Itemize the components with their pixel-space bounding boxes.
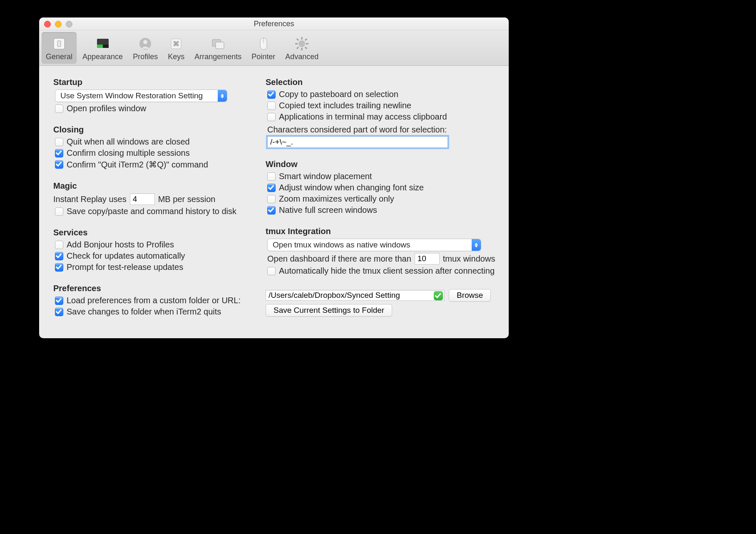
word-chars-input[interactable] [267, 136, 448, 148]
general-icon [51, 36, 67, 52]
tab-keys[interactable]: ⌘ Keys [164, 32, 189, 64]
selection-heading: Selection [266, 77, 499, 87]
svg-line-21 [297, 47, 298, 49]
instant-replay-suffix: MB per session [158, 195, 216, 204]
test-release-label: Prompt for test-release updates [67, 262, 183, 272]
check-updates-label: Check for updates automatically [67, 251, 185, 261]
arrangements-icon [210, 36, 226, 52]
preferences-heading: Preferences [53, 284, 253, 293]
apps-clipboard-label: Applications in terminal may access clip… [279, 112, 447, 122]
tmux-popup[interactable]: Open tmux windows as native windows [267, 239, 481, 251]
pointer-icon [256, 36, 271, 52]
tab-advanced[interactable]: Advanced [281, 32, 323, 64]
prefs-path-input[interactable] [266, 290, 445, 301]
preferences-window: Preferences General Appearance [39, 17, 509, 338]
native-fullscreen-checkbox[interactable] [267, 206, 276, 215]
copy-pasteboard-checkbox[interactable] [267, 90, 276, 99]
save-history-label: Save copy/paste and command history to d… [67, 207, 236, 216]
adjust-font-checkbox[interactable] [267, 184, 276, 192]
trailing-newline-checkbox[interactable] [267, 102, 276, 110]
save-history-checkbox[interactable] [55, 207, 63, 216]
right-column: Selection Copy to pasteboard on selectio… [266, 73, 499, 330]
advanced-icon [294, 36, 310, 52]
tmux-popup-value: Open tmux windows as native windows [273, 240, 410, 250]
svg-line-18 [297, 39, 298, 40]
bonjour-label: Add Bonjour hosts to Profiles [67, 240, 174, 250]
apps-clipboard-checkbox[interactable] [267, 113, 276, 121]
svg-rect-1 [57, 41, 61, 47]
confirm-multiple-sessions-label: Confirm closing multiple sessions [67, 148, 190, 158]
tab-appearance[interactable]: Appearance [78, 32, 127, 64]
appearance-icon [95, 36, 111, 52]
tab-label: Pointer [251, 52, 275, 61]
open-profiles-window-checkbox[interactable] [55, 105, 63, 113]
toolbar: General Appearance Profiles [39, 30, 509, 66]
svg-point-13 [298, 40, 305, 47]
quit-when-closed-checkbox[interactable] [55, 138, 63, 146]
tab-label: Advanced [285, 52, 318, 61]
save-current-settings-button[interactable]: Save Current Settings to Folder [266, 304, 392, 317]
tab-label: Keys [168, 52, 184, 61]
close-window-button[interactable] [44, 21, 51, 27]
window-controls [44, 21, 72, 27]
load-prefs-label: Load preferences from a custom folder or… [67, 296, 241, 305]
tab-label: General [46, 52, 72, 61]
tab-arrangements[interactable]: Arrangements [190, 32, 246, 64]
adjust-font-label: Adjust window when changing font size [279, 183, 424, 192]
tmux-autohide-label: Automatically hide the tmux client sessi… [279, 266, 495, 276]
zoom-vertical-checkbox[interactable] [267, 195, 276, 203]
load-prefs-checkbox[interactable] [55, 297, 63, 305]
save-on-quit-label: Save changes to folder when iTerm2 quits [67, 307, 221, 317]
confirm-quit-command-checkbox[interactable] [55, 160, 63, 169]
svg-point-6 [143, 40, 147, 44]
smart-placement-label: Smart window placement [279, 172, 372, 181]
closing-heading: Closing [53, 125, 253, 135]
tab-profiles[interactable]: Profiles [129, 32, 162, 64]
startup-popup[interactable]: Use System Window Restoration Setting [55, 90, 227, 102]
startup-heading: Startup [53, 77, 253, 87]
confirm-multiple-sessions-checkbox[interactable] [55, 149, 63, 157]
titlebar: Preferences [39, 17, 509, 30]
save-on-quit-checkbox[interactable] [55, 308, 63, 316]
path-valid-icon [434, 291, 443, 300]
native-fullscreen-label: Native full screen windows [279, 205, 377, 215]
tmux-dash-count-input[interactable] [415, 253, 440, 265]
open-profiles-window-label: Open profiles window [67, 104, 146, 113]
svg-rect-10 [216, 42, 224, 49]
zoom-window-button[interactable] [66, 21, 72, 27]
word-chars-label: Characters considered part of word for s… [267, 125, 447, 135]
minimize-window-button[interactable] [55, 21, 62, 27]
bonjour-checkbox[interactable] [55, 241, 63, 249]
quit-when-closed-label: Quit when all windows are closed [67, 137, 190, 147]
chevron-updown-icon [218, 90, 227, 102]
trailing-newline-label: Copied text includes trailing newline [279, 101, 411, 110]
tab-general[interactable]: General [42, 32, 77, 64]
tmux-heading: tmux Integration [266, 227, 499, 236]
tab-pointer[interactable]: Pointer [247, 32, 279, 64]
left-column: Startup Use System Window Restoration Se… [53, 73, 253, 330]
svg-rect-4 [103, 45, 109, 48]
content: Startup Use System Window Restoration Se… [39, 65, 509, 338]
check-updates-checkbox[interactable] [55, 252, 63, 260]
smart-placement-checkbox[interactable] [267, 172, 276, 181]
services-heading: Services [53, 228, 253, 237]
tab-label: Profiles [133, 52, 158, 61]
zoom-vertical-label: Zoom maximizes vertically only [279, 194, 394, 204]
browse-button[interactable]: Browse [449, 289, 491, 302]
chevron-updown-icon [472, 239, 481, 251]
save-current-settings-label: Save Current Settings to Folder [274, 306, 384, 314]
instant-replay-mb-input[interactable] [130, 193, 155, 205]
svg-text:⌘: ⌘ [173, 40, 179, 47]
tmux-dash-prefix: Open dashboard if there are more than [267, 254, 411, 264]
profiles-icon [137, 36, 153, 52]
window-heading: Window [266, 160, 499, 169]
svg-rect-3 [97, 45, 103, 48]
confirm-quit-command-label: Confirm "Quit iTerm2 (⌘Q)" command [67, 160, 208, 170]
startup-popup-value: Use System Window Restoration Setting [60, 91, 203, 100]
window-title: Preferences [254, 20, 294, 28]
browse-button-label: Browse [457, 291, 483, 299]
svg-line-19 [305, 47, 307, 49]
tmux-autohide-checkbox[interactable] [267, 267, 276, 275]
instant-replay-prefix: Instant Replay uses [53, 195, 127, 204]
test-release-checkbox[interactable] [55, 263, 63, 272]
